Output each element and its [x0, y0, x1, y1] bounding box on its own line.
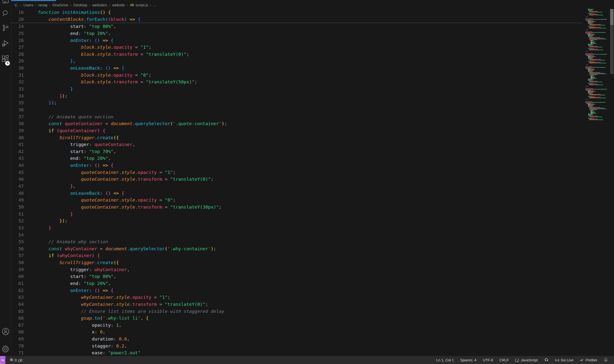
breadcrumb-item[interactable]: website: [112, 3, 125, 7]
code-line[interactable]: 48 onLeaveBack: () => {: [11, 190, 582, 197]
run-debug-icon[interactable]: [0, 39, 11, 48]
minimap[interactable]: [582, 9, 610, 364]
code-line[interactable]: 70 stagger: 0.2,: [11, 343, 582, 350]
code-line[interactable]: 58 ScrollTrigger.create({: [11, 259, 582, 266]
code-line[interactable]: 42 start: "top 70%",: [11, 148, 582, 155]
code-area[interactable]: 16 function initAnimations() {20 content…: [11, 9, 582, 364]
code-line[interactable]: 71 ease: "power2.out": [11, 350, 582, 356]
code-line[interactable]: 37 // Animate quote section: [11, 114, 582, 120]
go-live-status[interactable]: Go Live: [552, 356, 577, 364]
code-line[interactable]: 47 },: [11, 183, 582, 190]
breadcrumb-symbol-ellipsis[interactable]: ...: [153, 3, 157, 7]
code-line[interactable]: 32 block.style.transform = "translateY(5…: [11, 78, 582, 86]
code-line[interactable]: 65 // Ensure list items are visible with…: [11, 308, 582, 315]
code-line[interactable]: 25 end: "top 20%",: [11, 30, 582, 37]
indentation-status[interactable]: Spaces: 4: [457, 356, 480, 364]
eol-status[interactable]: CRLF: [496, 356, 512, 364]
code-line[interactable]: 35 });: [11, 99, 582, 106]
double-check-icon: ✓✓: [580, 358, 582, 362]
code-line[interactable]: 29 },: [11, 58, 582, 65]
code-line[interactable]: 56 const whyContainer = document.querySe…: [11, 246, 582, 252]
code-line[interactable]: 67 opacity: 1,: [11, 322, 582, 329]
editor: 16 function initAnimations() {20 content…: [11, 9, 614, 364]
code-line[interactable]: 41 trigger: quoteContainer,: [11, 141, 582, 148]
breadcrumb-separator: ›: [89, 3, 90, 7]
code-line[interactable]: 31 block.style.opacity = "0";: [11, 72, 582, 79]
code-line[interactable]: 60 start: "top 80%",: [11, 273, 582, 280]
code-line[interactable]: 30 onLeaveBack: () => {: [11, 65, 582, 72]
code-line[interactable]: 49 quoteContainer.style.opacity = "0";: [11, 197, 582, 204]
code-line[interactable]: 59 trigger: whyContainer,: [11, 266, 582, 273]
line-number: 54: [11, 232, 27, 239]
breadcrumb-item[interactable]: OneDrive: [53, 3, 68, 7]
breadcrumb-separator: ›: [35, 3, 36, 7]
code-text: onEnter: () => {: [27, 287, 582, 294]
code-line[interactable]: 38 const quoteContainer = document.query…: [11, 120, 582, 127]
code-line[interactable]: 40 ScrollTrigger.create({: [11, 134, 582, 141]
code-text: whyContainer.style.opacity = "1";: [27, 294, 582, 301]
sticky-scroll[interactable]: 16 function initAnimations() {20 content…: [11, 9, 582, 23]
settings-gear-icon[interactable]: [0, 345, 11, 353]
code-line[interactable]: 63 whyContainer.style.opacity = "1";: [11, 294, 582, 301]
search-icon[interactable]: [0, 9, 11, 17]
code-line[interactable]: 46 quoteContainer.style.transform = "tra…: [11, 176, 582, 183]
breadcrumb-item[interactable]: nosaj: [38, 3, 47, 7]
code-line[interactable]: 62 onEnter: () => {: [11, 287, 582, 294]
remote-indicator[interactable]: ><: [0, 356, 5, 364]
code-line[interactable]: 61 end: "top 20%",: [11, 280, 582, 287]
code-line[interactable]: 64 whyContainer.style.transform = "trans…: [11, 301, 582, 308]
scrollbar-thumb[interactable]: [610, 9, 614, 25]
source-control-icon[interactable]: [0, 24, 11, 32]
code-text: block.style.transform = "translateY(0)";: [27, 51, 582, 58]
code-line[interactable]: 55 // Animate why section: [11, 238, 582, 246]
code-line[interactable]: 26 onEnter: () => {: [11, 37, 582, 44]
code-line[interactable]: 44 onEnter: () => {: [11, 162, 582, 169]
code-line[interactable]: 57 if (whyContainer) {: [11, 252, 582, 259]
code-line[interactable]: 50 quoteContainer.style.transform = "tra…: [11, 204, 582, 211]
breadcrumb-file[interactable]: script.js: [135, 3, 148, 7]
line-number: 59: [11, 266, 27, 273]
code-line[interactable]: 27 block.style.opacity = "1";: [11, 44, 582, 51]
formatter-status[interactable]: ✓✓ Prettier: [577, 356, 601, 364]
files-icon[interactable]: [0, 0, 11, 4]
code-line[interactable]: 28 block.style.transform = "translateY(0…: [11, 51, 582, 58]
breadcrumb-item[interactable]: websites: [92, 3, 107, 7]
sticky-line[interactable]: 20 contentBlocks.forEach((block) => {: [11, 16, 582, 23]
code-line[interactable]: 66 gsap.to('.why-list li', {: [11, 315, 582, 322]
notifications-button[interactable]: [601, 356, 609, 364]
code-line[interactable]: 53 }: [11, 225, 582, 232]
code-line[interactable]: 34 });: [11, 93, 582, 100]
line-number: 20: [11, 16, 27, 23]
code-text: [27, 106, 582, 114]
code-line[interactable]: 68 x: 0,: [11, 329, 582, 336]
code-text: });: [27, 93, 582, 100]
line-number: 30: [11, 65, 27, 72]
line-number: 43: [11, 155, 27, 162]
code-line[interactable]: 39 if (quoteContainer) {: [11, 127, 582, 134]
breadcrumb-item[interactable]: Desktop: [74, 3, 87, 7]
editor-scrollbar[interactable]: [610, 9, 614, 364]
vscode-window: C:›Users›nosaj›OneDrive›Desktop›websites…: [0, 0, 614, 364]
code-line[interactable]: 45 quoteContainer.style.opacity = "1";: [11, 169, 582, 176]
encoding-status[interactable]: UTF-8: [480, 356, 496, 364]
sticky-line[interactable]: 16 function initAnimations() {: [11, 9, 582, 16]
code-line[interactable]: 33 }: [11, 86, 582, 93]
code-line[interactable]: 52 });: [11, 218, 582, 225]
github-status[interactable]: [541, 356, 552, 364]
language-mode[interactable]: { }⊗ JavaScript: [512, 356, 541, 364]
problems-status[interactable]: ⊗ 0 △! 0: [9, 356, 23, 364]
breadcrumb-item[interactable]: Users: [24, 3, 33, 7]
line-number: 63: [11, 294, 27, 301]
line-number: 39: [11, 127, 27, 134]
code-line[interactable]: 43 end: "top 20%",: [11, 155, 582, 162]
cursor-position[interactable]: Ln 1, Col 1: [433, 356, 457, 364]
code-line[interactable]: 24 start: "top 80%",: [11, 23, 582, 30]
line-number: 16: [11, 9, 27, 16]
code-line[interactable]: 51 }: [11, 211, 582, 218]
code-line[interactable]: 69 duration: 0.6,: [11, 336, 582, 343]
code-text: end: "top 20%",: [27, 30, 582, 37]
breadcrumb-item[interactable]: C:: [14, 3, 18, 7]
code-line[interactable]: 36: [11, 106, 582, 114]
account-icon[interactable]: [0, 327, 11, 336]
code-line[interactable]: 54: [11, 232, 582, 239]
